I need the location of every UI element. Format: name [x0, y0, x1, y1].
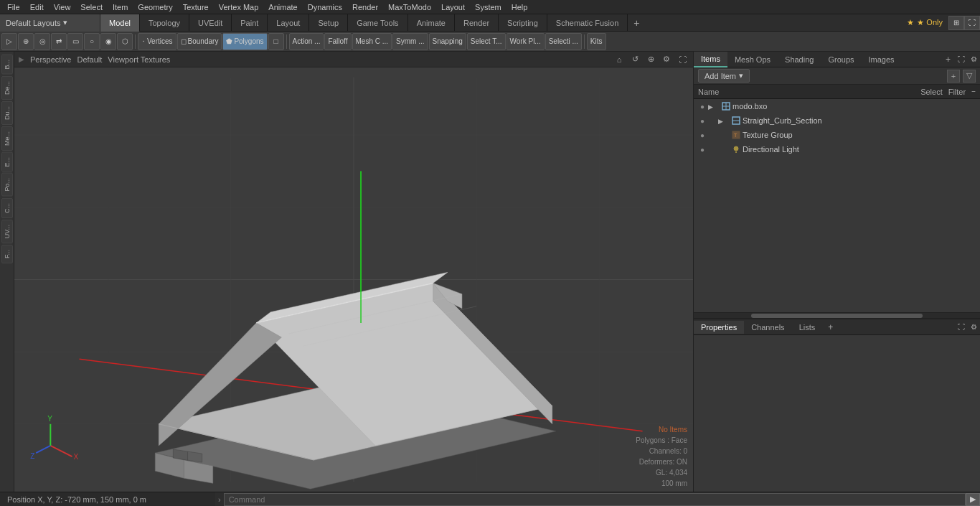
layout-fullscreen-btn[interactable]: ⛶ — [964, 16, 980, 30]
tool-polygons-btn[interactable]: ⬟ Polygons — [222, 33, 267, 50]
item-directional-light[interactable]: ● Directional Light — [694, 142, 980, 156]
menu-dynamics[interactable]: Dynamics — [303, 1, 347, 13]
command-input[interactable] — [224, 493, 966, 506]
tool-selecti-btn[interactable]: Selecti ... — [545, 33, 582, 50]
vp-gear-icon[interactable]: ⚙ — [660, 53, 673, 66]
layout-tab-topology[interactable]: Topology — [140, 14, 189, 32]
menu-edit[interactable]: Edit — [26, 1, 48, 13]
tool-lasso-btn[interactable]: ◎ — [34, 33, 50, 50]
layout-tab-scripting[interactable]: Scripting — [499, 14, 547, 32]
command-run-button[interactable]: ▶ — [966, 493, 980, 506]
vp-home-icon[interactable]: ⌂ — [613, 53, 626, 66]
menu-texture[interactable]: Texture — [179, 1, 213, 13]
viewport-area[interactable]: ▶ Perspective Default Viewport Textures … — [14, 52, 693, 492]
eye-icon-texture[interactable]: ● — [697, 129, 708, 141]
tool-circle-btn[interactable]: ◉ — [100, 33, 116, 50]
items-select-btn[interactable]: Select — [920, 88, 943, 96]
items-tab-shading[interactable]: Shading — [778, 52, 821, 67]
tool-vertices-btn[interactable]: ⬝ Vertices — [138, 33, 176, 50]
tool-workplane-btn[interactable]: Work Pl... — [507, 33, 545, 50]
items-filter-btn[interactable]: Filter — [948, 88, 966, 96]
items-panel-add[interactable]: + — [941, 55, 955, 65]
props-tab-lists[interactable]: Lists — [792, 321, 823, 334]
item-curb-section[interactable]: ● ▶ Straight_Curb_Section — [694, 113, 980, 128]
props-expand[interactable]: ⛶ — [955, 323, 968, 331]
layout-tab-render[interactable]: Render — [455, 14, 499, 32]
items-add-button[interactable]: Add Item ▾ — [698, 69, 750, 83]
menu-file[interactable]: File — [3, 1, 24, 13]
item-expand-curb[interactable]: ▶ — [718, 116, 728, 125]
layout-resize-btn[interactable]: ⊞ — [948, 16, 964, 30]
sidebar-tab-e[interactable]: E... — [1, 152, 13, 172]
eye-icon-modo[interactable]: ● — [697, 100, 708, 112]
item-texture-group[interactable]: ● T Texture Group — [694, 128, 980, 142]
items-scrollbar[interactable] — [694, 312, 980, 318]
tool-select-tool-btn[interactable]: Select T... — [467, 33, 506, 50]
tool-generic-btn[interactable]: □ — [268, 33, 284, 50]
tool-snapping-btn[interactable]: Snapping — [429, 33, 466, 50]
items-panel-expand[interactable]: ⛶ — [955, 55, 968, 63]
layout-add-button[interactable]: + — [628, 14, 645, 32]
tool-kits-btn[interactable]: Kits — [587, 33, 606, 50]
menu-view[interactable]: View — [50, 1, 75, 13]
menu-item[interactable]: Item — [108, 1, 132, 13]
viewport-canvas[interactable]: X Y Z No Items Polygons : Face Channels:… — [14, 67, 693, 492]
items-header-minus[interactable]: − — [971, 88, 976, 95]
items-tab-images[interactable]: Images — [862, 52, 902, 67]
props-gear[interactable]: ⚙ — [968, 323, 980, 331]
items-tab-groups[interactable]: Groups — [821, 52, 861, 67]
sidebar-tab-f[interactable]: F... — [1, 245, 13, 263]
tool-transform-btn[interactable]: ⇄ — [51, 33, 67, 50]
sidebar-tab-uv[interactable]: UV... — [1, 220, 13, 243]
menu-vertex-map[interactable]: Vertex Map — [215, 1, 263, 13]
tool-rect-btn[interactable]: ▭ — [67, 33, 83, 50]
tool-symm-btn[interactable]: Symm ... — [392, 33, 428, 50]
sidebar-tab-de[interactable]: De... — [1, 76, 13, 100]
viewport-textures[interactable]: Viewport Textures — [108, 55, 170, 64]
menu-layout[interactable]: Layout — [437, 1, 469, 13]
layout-selector[interactable]: Default Layouts ▾ — [0, 14, 100, 32]
tool-action-btn[interactable]: Action ... — [289, 33, 324, 50]
layout-tab-paint[interactable]: Paint — [232, 14, 268, 32]
items-row-filter-icon[interactable]: ▽ — [963, 70, 976, 83]
layout-tab-schematic[interactable]: Schematic Fusion — [547, 14, 628, 32]
items-tab-items[interactable]: Items — [694, 52, 727, 67]
sidebar-tab-du[interactable]: Du... — [1, 101, 13, 125]
eye-icon-light[interactable]: ● — [697, 144, 708, 155]
layout-tab-uvedit[interactable]: UVEdit — [189, 14, 232, 32]
item-expand-modo[interactable]: ▶ — [708, 102, 718, 111]
props-add-tab[interactable]: + — [825, 322, 836, 332]
sidebar-tab-me[interactable]: Me... — [1, 126, 13, 151]
items-list[interactable]: ● ▶ modo.bxo ● ▶ St — [694, 99, 980, 312]
sidebar-tab-b[interactable]: B... — [1, 55, 13, 75]
menu-geometry[interactable]: Geometry — [133, 1, 176, 13]
items-row-plus-icon[interactable]: + — [947, 70, 960, 83]
items-tab-meshops[interactable]: Mesh Ops — [727, 52, 778, 67]
tool-globe-btn[interactable]: ⊕ — [18, 33, 34, 50]
layout-tab-gametools[interactable]: Game Tools — [348, 14, 408, 32]
sidebar-tab-c[interactable]: C... — [1, 198, 13, 218]
vp-zoom-icon[interactable]: ⊕ — [644, 53, 657, 66]
menu-maxtomodo[interactable]: MaxToModo — [384, 1, 435, 13]
menu-select[interactable]: Select — [76, 1, 107, 13]
eye-icon-curb[interactable]: ● — [697, 115, 708, 126]
tool-falloff-btn[interactable]: Falloff — [324, 33, 351, 50]
tool-ellipse-btn[interactable]: ○ — [84, 33, 100, 50]
vp-rotate-icon[interactable]: ↺ — [628, 53, 641, 66]
tool-mesh-btn[interactable]: Mesh C ... — [352, 33, 392, 50]
items-panel-gear[interactable]: ⚙ — [968, 55, 980, 63]
viewport-collapse-btn[interactable]: ▶ — [19, 55, 24, 63]
props-tab-channels[interactable]: Channels — [744, 321, 791, 334]
layout-tab-model[interactable]: Model — [100, 14, 140, 32]
layout-tab-setup[interactable]: Setup — [309, 14, 348, 32]
vp-maximize-icon[interactable]: ⛶ — [676, 53, 689, 66]
menu-animate[interactable]: Animate — [264, 1, 301, 13]
tool-select-btn[interactable]: ▷ — [1, 33, 17, 50]
item-modo-bxo[interactable]: ● ▶ modo.bxo — [694, 99, 980, 113]
tool-shield-btn[interactable]: ⬡ — [117, 33, 133, 50]
viewport-perspective[interactable]: Perspective — [30, 55, 71, 64]
props-tab-properties[interactable]: Properties — [694, 321, 744, 334]
sidebar-tab-po[interactable]: Po... — [1, 173, 13, 197]
menu-render[interactable]: Render — [348, 1, 382, 13]
menu-help[interactable]: Help — [507, 1, 532, 13]
